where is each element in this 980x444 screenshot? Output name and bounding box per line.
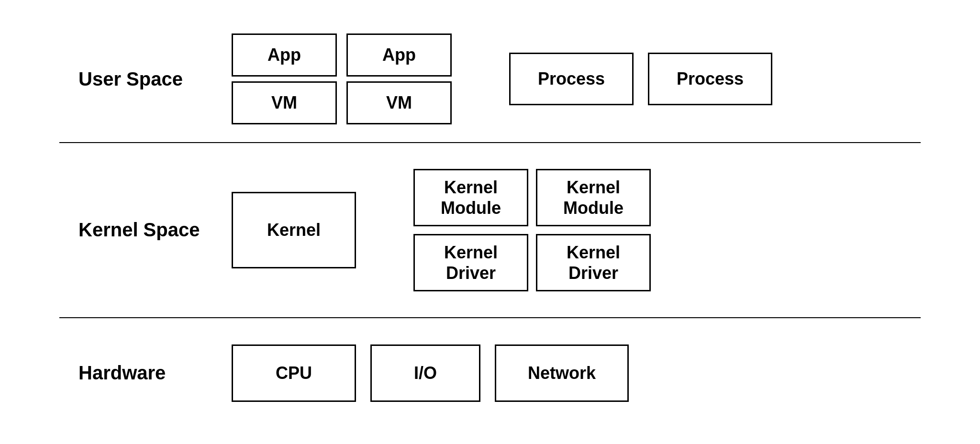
hardware-content: CPU I/O Network <box>232 344 902 402</box>
app-vm-group: App VM App VM <box>232 33 452 124</box>
kernel-module-box-2: KernelModule <box>536 169 651 226</box>
network-box: Network <box>495 344 629 402</box>
kernel-modules-group: KernelModule KernelModule KernelDriver K… <box>413 169 651 291</box>
kernel-space-layer: Kernel Space Kernel KernelModule KernelM… <box>59 142 921 317</box>
kernel-space-content: Kernel KernelModule KernelModule KernelD… <box>232 169 902 291</box>
cpu-box: CPU <box>232 344 356 402</box>
app-vm-col-2: App VM <box>346 33 452 124</box>
hardware-layer: Hardware CPU I/O Network <box>59 317 921 428</box>
user-space-content: App VM App VM Process Process <box>232 33 902 124</box>
diagram: User Space App VM App VM Process Process… <box>59 16 921 428</box>
kernel-box: Kernel <box>232 192 356 268</box>
io-box: I/O <box>370 344 480 402</box>
user-space-layer: User Space App VM App VM Process Process <box>59 16 921 142</box>
app-vm-col-1: App VM <box>232 33 337 124</box>
kernel-space-label: Kernel Space <box>78 219 232 241</box>
kernel-module-box-1: KernelModule <box>413 169 528 226</box>
process-box-2: Process <box>648 53 772 105</box>
vm-box-2: VM <box>346 81 452 124</box>
kernel-driver-box-2: KernelDriver <box>536 234 651 291</box>
kernel-driver-box-1: KernelDriver <box>413 234 528 291</box>
hardware-label: Hardware <box>78 362 232 384</box>
app-box-2: App <box>346 33 452 77</box>
user-space-label: User Space <box>78 68 232 90</box>
process-box-1: Process <box>509 53 634 105</box>
app-box-1: App <box>232 33 337 77</box>
vm-box-1: VM <box>232 81 337 124</box>
